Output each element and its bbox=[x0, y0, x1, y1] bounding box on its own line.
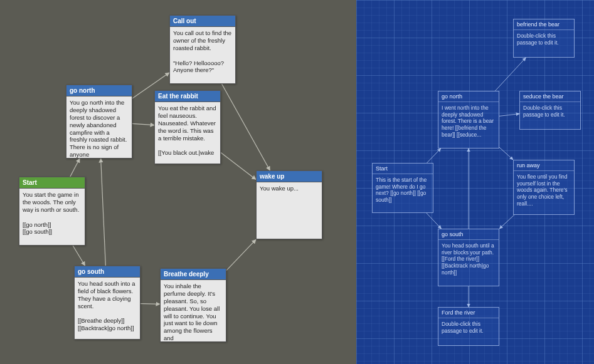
arrow-goSouth-to-goNorth bbox=[101, 159, 106, 266]
passage-node-callOut[interactable]: Call outYou call out to find the owner o… bbox=[169, 15, 236, 84]
passage-node-start[interactable]: StartThis is the start of the game! Wher… bbox=[372, 163, 433, 213]
passage-node-goNorth[interactable]: go northYou go north into the deeply sha… bbox=[66, 85, 132, 159]
passage-body: Double-click this passage to edit it. bbox=[438, 318, 499, 346]
arrow-breatheDeeply-to-wakeUp bbox=[226, 239, 256, 270]
left-pane: StartYou start the game in the woods. Th… bbox=[0, 0, 356, 364]
passage-node-start[interactable]: StartYou start the game in the woods. Th… bbox=[19, 177, 85, 246]
passage-body: You inhale the perfume deeply. It's plea… bbox=[161, 280, 226, 343]
arrow-goSouth-to-breatheDeeply bbox=[141, 304, 160, 304]
passage-node-wakeUp[interactable]: wake upYou wake up... bbox=[256, 170, 322, 239]
passage-body: You call out to find the owner of the fr… bbox=[170, 27, 235, 85]
passage-title: go south bbox=[75, 266, 140, 278]
passage-title: Call out bbox=[170, 16, 235, 27]
passage-body: You eat the rabbit and feel nauseous. Na… bbox=[155, 102, 220, 165]
passage-node-runAway[interactable]: run awayYou flee until you find yourself… bbox=[513, 160, 575, 215]
passage-title: Start bbox=[19, 177, 85, 189]
arrow-start-to-goSouth bbox=[73, 246, 85, 266]
passage-body: You start the game in the woods. The onl… bbox=[19, 189, 85, 246]
passage-title: seduce the bear bbox=[520, 91, 580, 102]
arrow-goNorth-to-seduce bbox=[499, 114, 519, 117]
passage-title: go south bbox=[438, 229, 499, 240]
passage-title: befriend the bear bbox=[514, 19, 574, 30]
passage-body: You head south into a field of black flo… bbox=[75, 278, 140, 340]
passage-node-fordRiver[interactable]: Ford the riverDouble-click this passage … bbox=[438, 307, 499, 346]
passage-node-goSouth[interactable]: go southYou head south into a field of b… bbox=[74, 266, 141, 340]
passage-body: This is the start of the game! Where do … bbox=[373, 174, 433, 213]
passage-title: Eat the rabbit bbox=[155, 91, 220, 102]
diagram-container: StartYou start the game in the woods. Th… bbox=[0, 0, 594, 364]
passage-title: wake up bbox=[257, 171, 322, 182]
passage-body: Double-click this passage to edit it. bbox=[514, 30, 574, 58]
passage-node-befriend[interactable]: befriend the bearDouble-click this passa… bbox=[513, 19, 575, 58]
passage-node-eatRabbit[interactable]: Eat the rabbitYou eat the rabbit and fee… bbox=[154, 90, 221, 164]
passage-title: Start bbox=[373, 164, 433, 174]
passage-title: go north bbox=[438, 91, 499, 102]
passage-body: You flee until you find yourself lost in… bbox=[514, 171, 574, 215]
passage-title: Ford the river bbox=[438, 308, 499, 318]
arrow-goNorth-to-befriend bbox=[495, 58, 526, 91]
arrow-callOut-to-wakeUp bbox=[222, 84, 270, 170]
arrow-runAway-to-goSouth bbox=[499, 215, 514, 229]
passage-title: Breathe deeply bbox=[161, 269, 226, 280]
arrow-start-to-goSouth bbox=[427, 213, 442, 229]
passage-title: go north bbox=[66, 85, 132, 96]
passage-node-breatheDeeply[interactable]: Breathe deeplyYou inhale the perfume dee… bbox=[160, 268, 226, 342]
passage-body: You go north into the deeply shadowed fo… bbox=[66, 96, 132, 159]
passage-node-goSouth[interactable]: go southYou head south until a river blo… bbox=[438, 229, 499, 286]
passage-title: run away bbox=[514, 160, 574, 171]
arrow-eatRabbit-to-wakeUp bbox=[221, 153, 256, 180]
arrow-start-to-goNorth bbox=[70, 159, 80, 177]
passage-body: You wake up... bbox=[257, 182, 322, 240]
arrow-start-to-goNorth bbox=[427, 148, 441, 163]
passage-body: Double-click this passage to edit it. bbox=[520, 102, 580, 130]
right-pane: StartThis is the start of the game! Wher… bbox=[356, 0, 594, 364]
passage-node-goNorth[interactable]: go northI went north into the deeply sha… bbox=[438, 91, 499, 148]
arrow-goNorth-to-eatRabbit bbox=[132, 123, 154, 125]
passage-body: You head south until a river blocks your… bbox=[438, 240, 499, 286]
arrow-goNorth-to-runAway bbox=[499, 147, 513, 160]
passage-node-seduce[interactable]: seduce the bearDouble-click this passage… bbox=[519, 91, 581, 130]
passage-body: I went north into the deeply shadowed fo… bbox=[438, 102, 499, 148]
